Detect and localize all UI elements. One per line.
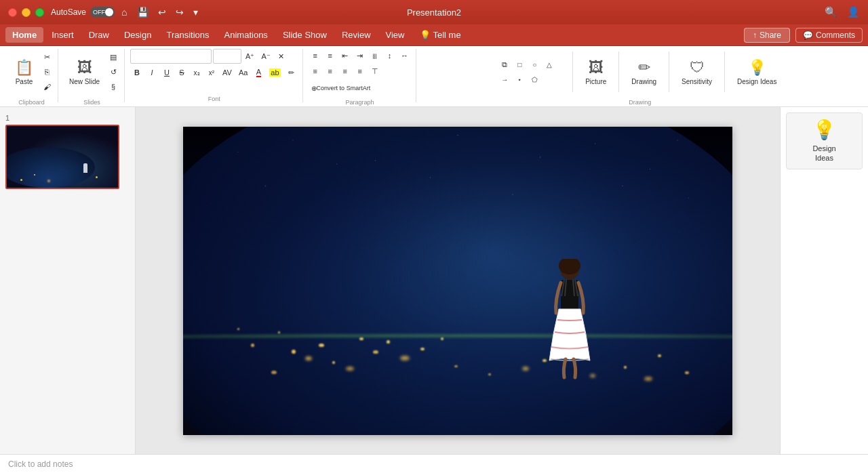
font-spacing-button[interactable]: AV: [220, 66, 235, 79]
shape-item-1[interactable]: □: [513, 58, 526, 71]
convert-smartart-button[interactable]: ⊕ Convert to SmartArt: [309, 81, 374, 95]
numbering-button[interactable]: ≡: [323, 49, 337, 62]
share-button[interactable]: ↑ Share: [744, 28, 790, 43]
format-painter-icon: 🖌: [43, 83, 51, 91]
drawing-label: Drawing: [629, 98, 651, 106]
menu-draw[interactable]: Draw: [82, 27, 116, 43]
slide-thumbnail[interactable]: [5, 125, 119, 189]
menu-home[interactable]: Home: [5, 27, 43, 43]
copy-button[interactable]: ⎘: [40, 65, 54, 79]
smartart-icon: ⊕: [311, 85, 317, 92]
shape-arrange-button[interactable]: ⧉: [498, 58, 511, 71]
align-right-button[interactable]: ≡: [338, 64, 352, 78]
undo-icon[interactable]: ↩: [158, 7, 166, 18]
decrease-indent-button[interactable]: ⇤: [338, 49, 352, 62]
decrease-indent-icon: ⇤: [342, 52, 348, 60]
shape-item-5[interactable]: ⋆: [513, 73, 526, 86]
sensitivity-button[interactable]: 🛡 Sensitivity: [676, 49, 717, 95]
lightbulb-icon: 💡: [420, 30, 431, 40]
text-align-v-button[interactable]: ⊤: [368, 64, 382, 78]
drawing-top: ⧉ □ ○ △ → ⋆ ⬠ 🖼 Picture ✏ Drawing: [498, 49, 782, 95]
align-left-button[interactable]: ≡: [309, 64, 322, 78]
strikethrough-button[interactable]: S: [175, 66, 189, 79]
maximize-button[interactable]: [35, 8, 44, 17]
new-slide-button[interactable]: 🖼 New Slide: [64, 49, 105, 95]
increase-indent-button[interactable]: ⇥: [353, 49, 367, 62]
clipboard-label: Clipboard: [18, 98, 45, 106]
align-center-button[interactable]: ≡: [323, 64, 337, 78]
menu-animations[interactable]: Animations: [218, 27, 275, 43]
strikethrough-icon: S: [179, 68, 184, 77]
font-family-input[interactable]: [130, 49, 212, 64]
notes-bar[interactable]: Click to add notes: [0, 454, 868, 473]
italic-button[interactable]: I: [145, 66, 159, 79]
columns-button[interactable]: ⫼: [368, 49, 382, 62]
minimize-button[interactable]: [22, 8, 31, 17]
highlight-button[interactable]: ab: [267, 66, 283, 79]
home-icon[interactable]: ⌂: [121, 7, 127, 18]
menu-view[interactable]: View: [379, 27, 412, 43]
menu-transitions[interactable]: Transitions: [159, 27, 216, 43]
shape-item-3[interactable]: △: [542, 58, 556, 71]
autosave-toggle[interactable]: OFF: [90, 7, 115, 18]
text-direction-button[interactable]: ↔: [398, 49, 412, 62]
design-ideas-panel-button[interactable]: 💡 DesignIdeas: [786, 112, 863, 169]
design-ideas-ribbon-button[interactable]: 💡 Design Ideas: [732, 49, 782, 95]
menu-insert[interactable]: Insert: [45, 27, 81, 43]
section-button[interactable]: §: [106, 80, 120, 94]
pen-button[interactable]: ✏: [285, 66, 298, 79]
menu-review[interactable]: Review: [335, 27, 378, 43]
bold-button[interactable]: B: [130, 66, 144, 79]
comments-button[interactable]: 💬 Comments: [795, 28, 863, 43]
menu-design[interactable]: Design: [117, 27, 158, 43]
format-painter-button[interactable]: 🖌: [40, 80, 54, 94]
reset-button[interactable]: ↺: [106, 65, 120, 79]
layout-button[interactable]: ▤: [106, 50, 120, 64]
font-color-icon: A: [256, 68, 261, 77]
close-button[interactable]: [8, 8, 17, 17]
font-size-input[interactable]: [213, 49, 241, 64]
underline-button[interactable]: U: [160, 66, 174, 79]
redo-icon[interactable]: ↪: [176, 7, 184, 18]
cut-icon: ✂: [44, 53, 50, 62]
font-label: Font: [208, 94, 220, 102]
underline-icon: U: [164, 68, 170, 77]
superscript-button[interactable]: x²: [205, 66, 218, 79]
sep-3: [669, 52, 669, 92]
menu-slideshow[interactable]: Slide Show: [276, 27, 334, 43]
share-icon: ↑: [753, 30, 757, 40]
bold-icon: B: [134, 68, 140, 77]
shape-item-4[interactable]: →: [498, 73, 511, 86]
change-case-button[interactable]: Aa: [236, 66, 250, 79]
paragraph-row-1: ≡ ≡ ⇤ ⇥ ⫼ ↕ ↔: [309, 49, 412, 62]
slide-panel: 1: [0, 107, 136, 454]
paragraph-label: Paragraph: [346, 98, 374, 106]
menu-tell-me[interactable]: 💡 Tell me: [413, 27, 468, 43]
justify-button[interactable]: ≡: [353, 64, 367, 78]
subscript-icon: x₂: [194, 69, 200, 77]
line-spacing-button[interactable]: ↕: [383, 49, 397, 62]
subscript-button[interactable]: x₂: [190, 66, 203, 79]
menubar-actions: ↑ Share 💬 Comments: [744, 28, 863, 43]
shrink-font-button[interactable]: A⁻: [258, 49, 273, 63]
ribbon: 📋 Paste ✂ ⎘ 🖌 Clipboard 🖼 New Slide: [0, 46, 868, 107]
search-icon[interactable]: 🔍: [825, 6, 837, 18]
slide-canvas[interactable]: [183, 127, 732, 435]
numbering-icon: ≡: [328, 52, 332, 60]
cut-button[interactable]: ✂: [40, 50, 54, 64]
arrange-icon: ⧉: [502, 60, 507, 69]
shape-item-2[interactable]: ○: [528, 58, 541, 71]
shape-item-6[interactable]: ⬠: [528, 73, 541, 86]
bullets-button[interactable]: ≡: [309, 49, 322, 62]
grow-font-button[interactable]: A⁺: [243, 49, 257, 63]
paste-button[interactable]: 📋 Paste: [9, 49, 39, 95]
drawing-button[interactable]: ✏ Drawing: [626, 49, 662, 95]
picture-button[interactable]: 🖼 Picture: [580, 49, 612, 95]
save-icon[interactable]: 💾: [137, 7, 149, 18]
more-options-icon[interactable]: ▾: [193, 7, 198, 18]
paragraph-controls: ≡ ≡ ⇤ ⇥ ⫼ ↕ ↔ ≡ ≡ ≡ ≡ ⊤ ⊕ Convert to Sma…: [309, 49, 412, 95]
clear-format-button[interactable]: ✕: [275, 49, 288, 63]
account-icon[interactable]: 👤: [847, 6, 860, 18]
font-color-button[interactable]: A: [252, 66, 265, 79]
titlebar-actions: ⌂ 💾 ↩ ↪ ▾: [121, 7, 197, 18]
